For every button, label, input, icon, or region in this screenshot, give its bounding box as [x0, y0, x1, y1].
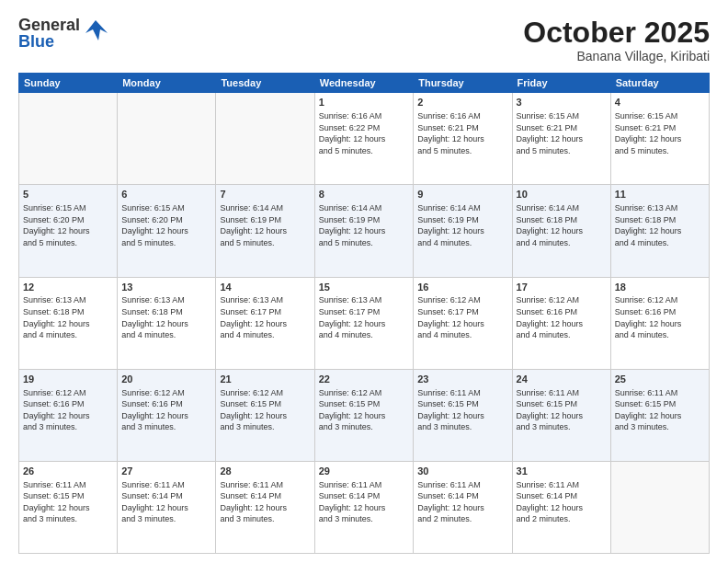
calendar: SundayMondayTuesdayWednesdayThursdayFrid…: [18, 73, 710, 554]
header: General Blue October 2025 Banana Village…: [18, 17, 710, 63]
day-number: 11: [615, 188, 705, 201]
day-header-monday: Monday: [118, 74, 216, 93]
day-info: Sunrise: 6:13 AM Sunset: 6:17 PM Dayligh…: [220, 294, 310, 340]
day-number: 2: [417, 96, 507, 109]
week-row-4: 19Sunrise: 6:12 AM Sunset: 6:16 PM Dayli…: [19, 369, 710, 461]
day-number: 31: [517, 465, 607, 478]
day-cell: 20Sunrise: 6:12 AM Sunset: 6:16 PM Dayli…: [118, 369, 216, 461]
day-cell: 13Sunrise: 6:13 AM Sunset: 6:18 PM Dayli…: [118, 277, 216, 369]
day-info: Sunrise: 6:13 AM Sunset: 6:18 PM Dayligh…: [615, 202, 705, 248]
day-number: 22: [319, 373, 410, 386]
day-cell: 5Sunrise: 6:15 AM Sunset: 6:20 PM Daylig…: [19, 185, 118, 277]
day-number: 29: [319, 465, 410, 478]
day-cell: 29Sunrise: 6:11 AM Sunset: 6:14 PM Dayli…: [314, 461, 414, 553]
day-cell: 16Sunrise: 6:12 AM Sunset: 6:17 PM Dayli…: [414, 277, 512, 369]
day-info: Sunrise: 6:12 AM Sunset: 6:15 PM Dayligh…: [319, 387, 410, 433]
day-info: Sunrise: 6:11 AM Sunset: 6:15 PM Dayligh…: [417, 387, 507, 433]
day-number: 10: [517, 188, 607, 201]
day-number: 9: [417, 188, 507, 201]
calendar-header: SundayMondayTuesdayWednesdayThursdayFrid…: [19, 74, 710, 93]
day-number: 18: [615, 281, 705, 294]
day-cell: 21Sunrise: 6:12 AM Sunset: 6:15 PM Dayli…: [216, 369, 314, 461]
day-number: 5: [23, 188, 113, 201]
day-cell: [19, 93, 118, 185]
day-cell: 10Sunrise: 6:14 AM Sunset: 6:18 PM Dayli…: [512, 185, 610, 277]
logo-general: General: [18, 17, 80, 33]
day-info: Sunrise: 6:11 AM Sunset: 6:14 PM Dayligh…: [121, 479, 211, 525]
day-info: Sunrise: 6:12 AM Sunset: 6:17 PM Dayligh…: [417, 294, 507, 340]
day-number: 19: [23, 373, 113, 386]
day-cell: 1Sunrise: 6:16 AM Sunset: 6:22 PM Daylig…: [314, 93, 414, 185]
day-info: Sunrise: 6:15 AM Sunset: 6:21 PM Dayligh…: [615, 110, 705, 156]
day-cell: 12Sunrise: 6:13 AM Sunset: 6:18 PM Dayli…: [19, 277, 118, 369]
day-header-tuesday: Tuesday: [216, 74, 314, 93]
day-info: Sunrise: 6:11 AM Sunset: 6:14 PM Dayligh…: [319, 479, 410, 525]
day-cell: 24Sunrise: 6:11 AM Sunset: 6:15 PM Dayli…: [512, 369, 610, 461]
day-number: 6: [121, 188, 211, 201]
day-cell: 26Sunrise: 6:11 AM Sunset: 6:15 PM Dayli…: [19, 461, 118, 553]
week-row-1: 1Sunrise: 6:16 AM Sunset: 6:22 PM Daylig…: [19, 93, 710, 185]
day-info: Sunrise: 6:11 AM Sunset: 6:15 PM Dayligh…: [23, 479, 113, 525]
day-cell: 28Sunrise: 6:11 AM Sunset: 6:14 PM Dayli…: [216, 461, 314, 553]
day-number: 12: [23, 281, 113, 294]
day-header-wednesday: Wednesday: [314, 74, 414, 93]
logo-bird-icon: [82, 17, 109, 50]
day-cell: 9Sunrise: 6:14 AM Sunset: 6:19 PM Daylig…: [414, 185, 512, 277]
week-row-5: 26Sunrise: 6:11 AM Sunset: 6:15 PM Dayli…: [19, 461, 710, 553]
day-info: Sunrise: 6:11 AM Sunset: 6:15 PM Dayligh…: [517, 387, 607, 433]
calendar-body: 1Sunrise: 6:16 AM Sunset: 6:22 PM Daylig…: [19, 93, 710, 554]
day-number: 25: [615, 373, 705, 386]
logo-icon: General Blue: [18, 17, 109, 50]
day-cell: 18Sunrise: 6:12 AM Sunset: 6:16 PM Dayli…: [610, 277, 709, 369]
day-info: Sunrise: 6:11 AM Sunset: 6:15 PM Dayligh…: [615, 387, 705, 433]
day-number: 20: [121, 373, 211, 386]
day-info: Sunrise: 6:15 AM Sunset: 6:20 PM Dayligh…: [23, 202, 113, 248]
day-header-saturday: Saturday: [610, 74, 709, 93]
day-info: Sunrise: 6:14 AM Sunset: 6:19 PM Dayligh…: [319, 202, 410, 248]
day-cell: 23Sunrise: 6:11 AM Sunset: 6:15 PM Dayli…: [414, 369, 512, 461]
day-cell: 15Sunrise: 6:13 AM Sunset: 6:17 PM Dayli…: [314, 277, 414, 369]
day-number: 7: [220, 188, 310, 201]
week-row-3: 12Sunrise: 6:13 AM Sunset: 6:18 PM Dayli…: [19, 277, 710, 369]
day-number: 28: [220, 465, 310, 478]
title-group: October 2025 Banana Village, Kiribati: [523, 17, 710, 63]
header-row: SundayMondayTuesdayWednesdayThursdayFrid…: [19, 74, 710, 93]
week-row-2: 5Sunrise: 6:15 AM Sunset: 6:20 PM Daylig…: [19, 185, 710, 277]
day-info: Sunrise: 6:12 AM Sunset: 6:16 PM Dayligh…: [517, 294, 607, 340]
day-number: 26: [23, 465, 113, 478]
day-info: Sunrise: 6:11 AM Sunset: 6:14 PM Dayligh…: [517, 479, 607, 525]
day-header-friday: Friday: [512, 74, 610, 93]
day-cell: 2Sunrise: 6:16 AM Sunset: 6:21 PM Daylig…: [414, 93, 512, 185]
day-cell: 31Sunrise: 6:11 AM Sunset: 6:14 PM Dayli…: [512, 461, 610, 553]
day-info: Sunrise: 6:14 AM Sunset: 6:18 PM Dayligh…: [517, 202, 607, 248]
day-info: Sunrise: 6:14 AM Sunset: 6:19 PM Dayligh…: [220, 202, 310, 248]
logo: General Blue: [18, 17, 109, 50]
page: General Blue October 2025 Banana Village…: [0, 0, 728, 563]
day-info: Sunrise: 6:15 AM Sunset: 6:21 PM Dayligh…: [517, 110, 607, 156]
day-number: 4: [615, 96, 705, 109]
day-number: 24: [517, 373, 607, 386]
day-info: Sunrise: 6:13 AM Sunset: 6:18 PM Dayligh…: [121, 294, 211, 340]
day-info: Sunrise: 6:11 AM Sunset: 6:14 PM Dayligh…: [220, 479, 310, 525]
day-info: Sunrise: 6:16 AM Sunset: 6:21 PM Dayligh…: [417, 110, 507, 156]
day-info: Sunrise: 6:12 AM Sunset: 6:16 PM Dayligh…: [23, 387, 113, 433]
day-header-sunday: Sunday: [19, 74, 118, 93]
day-info: Sunrise: 6:11 AM Sunset: 6:14 PM Dayligh…: [417, 479, 507, 525]
day-cell: 6Sunrise: 6:15 AM Sunset: 6:20 PM Daylig…: [118, 185, 216, 277]
day-cell: 17Sunrise: 6:12 AM Sunset: 6:16 PM Dayli…: [512, 277, 610, 369]
day-number: 8: [319, 188, 410, 201]
day-number: 14: [220, 281, 310, 294]
day-cell: 30Sunrise: 6:11 AM Sunset: 6:14 PM Dayli…: [414, 461, 512, 553]
day-info: Sunrise: 6:15 AM Sunset: 6:20 PM Dayligh…: [121, 202, 211, 248]
day-number: 13: [121, 281, 211, 294]
day-cell: 25Sunrise: 6:11 AM Sunset: 6:15 PM Dayli…: [610, 369, 709, 461]
day-cell: 22Sunrise: 6:12 AM Sunset: 6:15 PM Dayli…: [314, 369, 414, 461]
day-cell: 14Sunrise: 6:13 AM Sunset: 6:17 PM Dayli…: [216, 277, 314, 369]
day-number: 1: [319, 96, 410, 109]
day-cell: 11Sunrise: 6:13 AM Sunset: 6:18 PM Dayli…: [610, 185, 709, 277]
day-number: 16: [417, 281, 507, 294]
day-number: 21: [220, 373, 310, 386]
day-number: 3: [517, 96, 607, 109]
month-title: October 2025: [523, 17, 710, 49]
day-cell: [216, 93, 314, 185]
